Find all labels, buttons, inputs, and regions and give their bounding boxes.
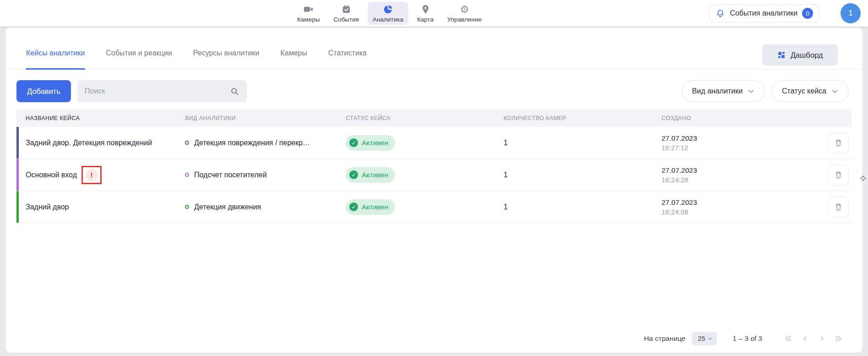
col-header-created: СОЗДАНО	[662, 115, 810, 121]
nav-label: Камеры	[297, 16, 320, 23]
events-icon	[341, 4, 352, 15]
status-badge: ✓ Активен	[346, 199, 395, 215]
nav-item-analytics[interactable]: Аналитика	[368, 2, 408, 25]
created-date: 27.07.2023	[662, 134, 810, 142]
filter-label: Статус кейса	[782, 87, 826, 95]
col-header-case-name: НАЗВАНИЕ КЕЙСА	[16, 115, 185, 121]
tab-analytics-resources[interactable]: Ресурсы аналитики	[193, 49, 260, 69]
case-name: Основной вход	[26, 171, 77, 179]
analytics-events-button[interactable]: События аналитики 0	[709, 4, 819, 22]
nav-label: События	[333, 16, 359, 23]
created-time: 16:24:08	[662, 208, 810, 216]
analytics-type-icon	[185, 141, 189, 145]
tab-cameras[interactable]: Камеры	[280, 49, 308, 69]
analytics-type-label: Детекция движения	[194, 203, 261, 211]
status-label: Активен	[362, 171, 388, 179]
check-circle-icon: ✓	[349, 170, 358, 179]
row-accent-bar	[16, 159, 19, 191]
col-header-analytics-type: ВИД АНАЛИТИКИ	[185, 115, 346, 121]
delete-case-button[interactable]	[828, 164, 849, 186]
nav-item-map[interactable]: Карта	[412, 2, 439, 25]
bell-icon	[716, 9, 725, 18]
col-header-case-status: СТАТУС КЕЙСА	[346, 115, 504, 121]
nav-item-events[interactable]: События	[328, 2, 364, 25]
content-card: Кейсы аналитики События и реакции Ресурс…	[5, 27, 863, 353]
gear-icon: ⚙	[460, 4, 469, 15]
table-row[interactable]: Задний двор. Детекция повреждений Детекц…	[16, 127, 852, 159]
nav-item-management[interactable]: ⚙ Управление	[442, 2, 487, 25]
nav-item-cameras[interactable]: Камеры	[292, 2, 325, 25]
cases-table: НАЗВАНИЕ КЕЙСА ВИД АНАЛИТИКИ СТАТУС КЕЙС…	[16, 110, 852, 223]
first-page-button[interactable]	[782, 333, 795, 345]
table-row[interactable]: Задний двор Детекция движения ✓ Активен …	[16, 191, 852, 223]
created-date: 27.07.2023	[662, 166, 810, 175]
delete-case-button[interactable]	[828, 132, 849, 153]
prev-page-button[interactable]	[799, 333, 811, 345]
filter-case-status[interactable]: Статус кейса	[771, 80, 849, 102]
double-chevron-left-icon	[784, 334, 793, 343]
created-time: 16:24:28	[662, 176, 810, 184]
created-cell: 27.07.2023 16:27:12	[662, 134, 810, 152]
piechart-icon	[383, 4, 393, 15]
events-count-badge: 0	[802, 8, 813, 19]
created-cell: 27.07.2023 16:24:28	[662, 166, 810, 184]
chevron-left-icon	[801, 334, 809, 343]
page-range: 1 – 3 of 3	[732, 334, 762, 343]
created-time: 16:27:12	[662, 144, 810, 152]
created-cell: 27.07.2023 16:24:08	[662, 198, 810, 216]
user-avatar[interactable]: 1	[841, 3, 861, 23]
table-header: НАЗВАНИЕ КЕЙСА ВИД АНАЛИТИКИ СТАТУС КЕЙС…	[16, 110, 852, 127]
alert-highlight-box: !	[81, 166, 102, 184]
status-label: Активен	[362, 203, 388, 211]
dashboard-button[interactable]: Дашборд	[762, 44, 838, 66]
mouse-cursor	[860, 174, 867, 182]
tab-statistics[interactable]: Статистика	[328, 49, 367, 69]
main-nav: Камеры События Аналитика	[292, 0, 487, 27]
top-bar: Камеры События Аналитика	[0, 0, 868, 27]
check-circle-icon: ✓	[349, 138, 358, 147]
map-pin-icon	[420, 4, 431, 15]
add-case-button[interactable]: Добавить	[16, 80, 71, 102]
camera-count: 1	[504, 139, 662, 147]
nav-label: Управление	[447, 16, 482, 23]
status-badge: ✓ Активен	[346, 135, 395, 151]
col-header-camera-count: КОЛИЧЕСТВО КАМЕР	[504, 115, 662, 121]
status-badge: ✓ Активен	[346, 167, 395, 183]
row-accent-bar	[16, 127, 19, 159]
nav-label: Аналитика	[373, 16, 403, 23]
table-row[interactable]: Основной вход ! Подсчет посетителей ✓ Ак…	[16, 159, 852, 191]
filter-analytics-type[interactable]: Вид аналитики	[682, 80, 765, 102]
analytics-type-icon	[185, 173, 189, 177]
next-page-button[interactable]	[815, 333, 828, 345]
row-accent-bar	[16, 191, 19, 223]
chevron-right-icon	[818, 334, 826, 343]
filters-group: Вид аналитики Статус кейса	[682, 80, 849, 102]
delete-case-button[interactable]	[828, 197, 849, 218]
camera-count: 1	[504, 171, 662, 179]
search-input[interactable]	[85, 87, 230, 95]
tabs-row: Кейсы аналитики События и реакции Ресурс…	[5, 27, 863, 70]
search-box	[77, 80, 247, 102]
created-date: 27.07.2023	[662, 198, 810, 207]
pager-controls	[782, 333, 844, 345]
search-icon	[230, 87, 239, 96]
analytics-events-label: События аналитики	[730, 9, 797, 17]
status-label: Активен	[362, 139, 388, 147]
filter-label: Вид аналитики	[692, 87, 743, 95]
camera-icon	[303, 4, 314, 15]
trash-icon	[834, 203, 843, 211]
trash-icon	[834, 170, 843, 179]
last-page-button[interactable]	[832, 333, 844, 345]
trash-icon	[834, 138, 843, 147]
per-page-label: На странице	[644, 334, 685, 343]
per-page-select[interactable]: 25	[692, 332, 717, 345]
toolbar: Добавить Вид аналитики Статус кейса	[16, 80, 849, 102]
analytics-type-label: Детекция повреждения / перекр…	[194, 139, 310, 147]
pagination-bar: На странице 25 1 – 3 of 3	[644, 332, 844, 345]
nav-label: Карта	[417, 16, 434, 23]
tab-events-reactions[interactable]: События и реакции	[105, 49, 173, 69]
chevron-down-icon	[748, 88, 754, 95]
dashboard-grid-icon	[777, 51, 786, 59]
check-circle-icon: ✓	[349, 203, 358, 211]
tab-analytics-cases[interactable]: Кейсы аналитики	[26, 49, 85, 69]
